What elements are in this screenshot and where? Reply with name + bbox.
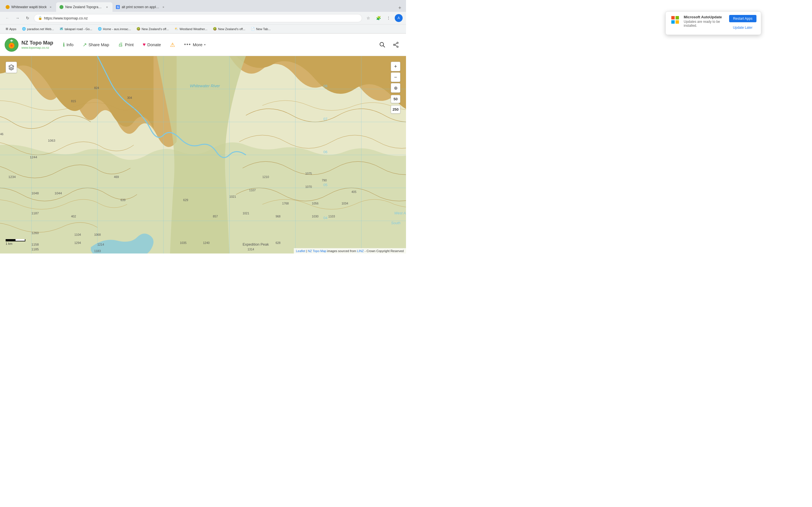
svg-text:629: 629 [183, 198, 188, 202]
bookmark-button[interactable]: ☆ [364, 14, 372, 22]
svg-text:304: 304 [127, 96, 132, 100]
reload-button[interactable]: ↻ [24, 14, 32, 22]
map-controls: + − ⊕ 50 250 [391, 62, 400, 114]
bookmark-aus-label: Home - aus.inreac... [103, 27, 131, 31]
svg-text:1056: 1056 [312, 202, 319, 205]
svg-text:639: 639 [120, 198, 125, 202]
search-button[interactable] [377, 39, 388, 50]
bookmark-paradise[interactable]: 🌐 paradise.net Web... [20, 26, 56, 31]
nav-info-label: Info [66, 42, 73, 47]
tab-bar: Whitewater wapiti block × New Zealand To… [0, 0, 406, 12]
logo[interactable]: NZ Topo Map www.topomap.co.nz [4, 38, 53, 52]
svg-text:1030: 1030 [312, 215, 319, 218]
nav-info[interactable]: ℹ Info [59, 40, 78, 50]
extensions-button[interactable]: 🧩 [374, 14, 382, 22]
nav-more-label: More [193, 42, 202, 47]
nav-share[interactable]: ↗ Share Map [79, 40, 113, 50]
svg-text:04: 04 [323, 216, 327, 220]
share-icon-header [393, 42, 399, 48]
back-button[interactable]: ← [3, 14, 11, 22]
nz-off1-icon: 🥝 [137, 27, 140, 31]
svg-text:1294: 1294 [74, 241, 81, 244]
locate-button[interactable]: ⊕ [391, 83, 400, 93]
svg-text:402: 402 [71, 215, 76, 218]
map-background: 1000 1234 1244 1063 1048 1187 1260 1158 … [0, 56, 406, 253]
svg-text:Whitewater River: Whitewater River [190, 83, 220, 88]
svg-line-4 [383, 46, 385, 47]
bookmark-apps[interactable]: ⊞ Apps [3, 26, 18, 31]
menu-button[interactable]: ⋮ [385, 14, 393, 22]
svg-text:West Arm: West Arm [395, 211, 406, 215]
zoom-in-button[interactable]: + [391, 62, 400, 71]
svg-text:South: South [391, 221, 401, 225]
aus-icon: 🌐 [98, 27, 102, 31]
svg-text:07: 07 [323, 117, 327, 121]
tab-favicon-ww [6, 5, 10, 9]
svg-text:1234: 1234 [8, 175, 16, 179]
svg-text:1021: 1021 [230, 195, 236, 198]
url-text: https://www.topomap.co.nz [44, 16, 88, 20]
paradise-icon: 🌐 [22, 27, 26, 31]
nav-donate[interactable]: ♥ Donate [139, 40, 165, 50]
layer-button[interactable] [6, 62, 17, 73]
bookmark-nz-off2[interactable]: 🥝 New Zealand's off... [211, 26, 248, 31]
svg-text:1158: 1158 [32, 242, 39, 246]
svg-text:815: 815 [71, 100, 76, 103]
alert-icon: ⚠ [170, 41, 175, 48]
topo-map-svg: 1000 1234 1244 1063 1048 1187 1260 1158 … [0, 56, 406, 253]
svg-text:Expedition Peak: Expedition Peak [243, 242, 269, 246]
svg-text:857: 857 [213, 215, 218, 218]
tab-google[interactable]: G alt print screen on apple ke... × [112, 2, 169, 12]
bookmark-home-aus[interactable]: 🌐 Home - aus.inreac... [96, 26, 133, 31]
bookmark-westland-label: Westland Weather... [180, 27, 207, 31]
svg-text:1103: 1103 [328, 215, 335, 218]
svg-text:1314: 1314 [248, 247, 254, 251]
svg-text:1210: 1210 [262, 175, 269, 179]
svg-text:1244: 1244 [30, 155, 38, 159]
header-actions [377, 39, 402, 50]
new-tab-button[interactable]: + [396, 4, 404, 12]
scale-bar: 1 km [6, 239, 26, 245]
bookmark-takapari-label: takapari road - Go... [64, 27, 92, 31]
tab-close-ww[interactable]: × [48, 5, 53, 9]
nav-more[interactable]: ••• More ▾ [180, 40, 209, 50]
bookmark-nz-off1-label: New Zealand's off... [142, 27, 169, 31]
tab-nztopo[interactable]: New Zealand Topographic Map × [56, 2, 112, 12]
bookmark-nz-off1[interactable]: 🥝 New Zealand's off... [134, 26, 171, 31]
bookmark-takapari[interactable]: 🗺️ takapari road - Go... [57, 26, 94, 31]
zoom-scale-50[interactable]: 50 [391, 95, 400, 103]
svg-text:1183: 1183 [94, 249, 101, 252]
profile-button[interactable]: A [395, 14, 403, 22]
nav-print[interactable]: 🖨 Print [114, 40, 138, 50]
app-header: NZ Topo Map www.topomap.co.nz ℹ Info ↗ S… [0, 34, 406, 56]
tab-close-nz[interactable]: × [105, 5, 109, 9]
security-icon: 🔒 [38, 16, 42, 20]
tab-whitewater[interactable]: Whitewater wapiti block × [2, 2, 56, 12]
svg-text:05: 05 [323, 183, 327, 187]
zoom-scale-250[interactable]: 250 [391, 105, 400, 114]
url-bar[interactable]: 🔒 https://www.topomap.co.nz [34, 14, 362, 22]
map-container[interactable]: 1000 1234 1244 1063 1048 1187 1260 1158 … [0, 56, 406, 253]
zoom-out-button[interactable]: − [391, 72, 400, 82]
svg-text:1187: 1187 [32, 211, 39, 215]
logo-url: www.topomap.co.nz [21, 46, 53, 49]
nav-alert[interactable]: ⚠ [166, 39, 179, 50]
tab-close-g[interactable]: × [161, 5, 165, 9]
tab-title-g: alt print screen on apple ke... [121, 5, 159, 9]
svg-point-3 [380, 42, 384, 46]
address-bar: ← → ↻ 🔒 https://www.topomap.co.nz ☆ 🧩 ⋮ … [0, 12, 406, 24]
svg-text:1070: 1070 [305, 185, 312, 188]
more-dots-icon: ••• [184, 42, 191, 48]
share-map-button[interactable] [390, 39, 402, 50]
layers-icon [8, 64, 14, 70]
svg-text:1021: 1021 [243, 212, 249, 215]
svg-point-7 [397, 46, 398, 47]
bookmark-westland[interactable]: ⛅ Westland Weather... [172, 26, 210, 31]
svg-text:1075: 1075 [305, 172, 312, 175]
tab-favicon-nz [59, 5, 63, 9]
logo-icon [4, 38, 18, 52]
forward-button[interactable]: → [13, 14, 21, 22]
bookmark-newtab[interactable]: 📄 New Tab... [249, 26, 273, 31]
linz-link: LINZ [357, 249, 364, 252]
svg-text:1063: 1063 [48, 138, 55, 142]
